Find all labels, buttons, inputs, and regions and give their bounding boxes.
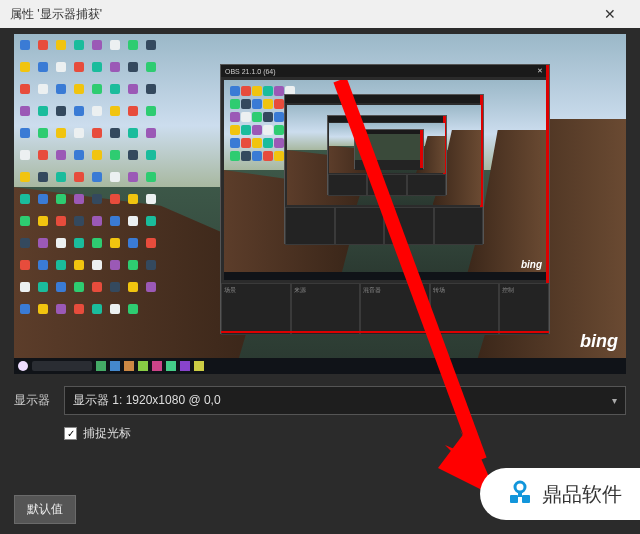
display-select[interactable]: 显示器 1: 1920x1080 @ 0,0 ▾ <box>64 386 626 415</box>
display-row: 显示器 显示器 1: 1920x1080 @ 0,0 ▾ <box>0 380 640 421</box>
desktop-wallpaper: bing OBS 21.1.0 (64) ✕ <box>14 34 626 374</box>
nested-close-icon: ✕ <box>535 67 545 75</box>
taskbar <box>14 358 626 374</box>
close-icon: ✕ <box>604 6 616 22</box>
properties-dialog: 属性 '显示器捕获' ✕ <box>0 0 640 534</box>
watermark: 鼎品软件 <box>480 468 640 520</box>
titlebar: 属性 '显示器捕获' ✕ <box>0 0 640 28</box>
desktop-icons <box>20 40 160 320</box>
capture-cursor-row: ✓ 捕捉光标 <box>0 421 640 446</box>
close-button[interactable]: ✕ <box>590 0 630 28</box>
svg-rect-5 <box>518 491 522 497</box>
capture-cursor-checkbox[interactable]: ✓ <box>64 427 77 440</box>
nested-obs-window: OBS 21.1.0 (64) ✕ <box>220 64 550 334</box>
display-value: 显示器 1: 1920x1080 @ 0,0 <box>73 392 221 409</box>
capture-cursor-label: 捕捉光标 <box>83 425 131 442</box>
svg-rect-3 <box>510 495 518 503</box>
display-label: 显示器 <box>14 392 54 409</box>
chevron-down-icon: ▾ <box>612 395 617 406</box>
watermark-text: 鼎品软件 <box>542 481 622 508</box>
capture-preview: bing OBS 21.1.0 (64) ✕ <box>14 34 626 374</box>
nested-window-title: OBS 21.1.0 (64) <box>225 68 276 75</box>
svg-rect-4 <box>522 495 530 503</box>
svg-point-2 <box>515 482 525 492</box>
defaults-button[interactable]: 默认值 <box>14 495 76 524</box>
bing-logo: bing <box>580 331 618 352</box>
dialog-title: 属性 '显示器捕获' <box>10 6 102 23</box>
watermark-icon <box>506 480 534 508</box>
taskbar-search <box>32 361 92 371</box>
start-button-icon <box>18 361 28 371</box>
